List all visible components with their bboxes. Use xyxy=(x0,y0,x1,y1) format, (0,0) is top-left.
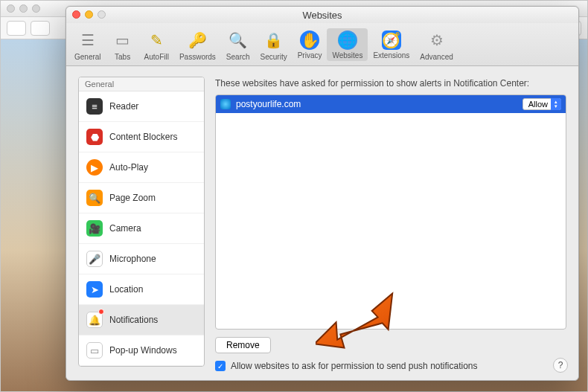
sidebar: General ≡ Reader ⬣ Content Blockers ▶ Au… xyxy=(78,77,205,367)
tab-advanced[interactable]: ⚙ Advanced xyxy=(415,27,458,62)
close-icon[interactable] xyxy=(7,4,15,13)
remove-button[interactable]: Remove xyxy=(215,337,271,353)
minimize-icon[interactable] xyxy=(85,10,93,19)
reader-icon: ≡ xyxy=(86,98,103,115)
zoom-icon[interactable] xyxy=(32,4,40,13)
sidebar-item-label: Camera xyxy=(109,223,141,234)
tab-passwords[interactable]: 🔑 Passwords xyxy=(174,27,221,62)
website-row[interactable]: postyourlife.com Allow xyxy=(216,95,566,113)
magnify-icon: 🔍 xyxy=(86,190,103,206)
permission-select[interactable]: Allow xyxy=(523,98,561,110)
allow-ask-checkbox[interactable]: ✓ xyxy=(215,361,226,371)
stepper-icon xyxy=(551,98,561,110)
hand-icon: ✋ xyxy=(300,30,319,50)
preferences-window: Websites ☰ General ▭ Tabs ✎ AutoFill 🔑 P… xyxy=(65,6,579,381)
back-button[interactable] xyxy=(7,21,26,36)
sidebar-item-notifications[interactable]: 🔔 Notifications xyxy=(79,305,204,335)
gear-slider-icon: ☰ xyxy=(77,29,99,51)
tab-search[interactable]: 🔍 Search xyxy=(221,27,255,62)
sidebar-item-camera[interactable]: 🎥 Camera xyxy=(79,213,204,244)
sidebar-header: General xyxy=(79,77,204,91)
badge-icon xyxy=(98,309,104,315)
sidebar-item-content-blockers[interactable]: ⬣ Content Blockers xyxy=(79,122,204,152)
tabs-icon: ▭ xyxy=(112,29,134,51)
close-icon[interactable] xyxy=(72,10,80,19)
sidebar-item-auto-play[interactable]: ▶ Auto-Play xyxy=(79,152,204,183)
window-title: Websites xyxy=(302,10,342,21)
prefs-toolbar: ☰ General ▭ Tabs ✎ AutoFill 🔑 Passwords … xyxy=(66,23,578,66)
sidebar-item-label: Page Zoom xyxy=(109,193,156,203)
camera-icon: 🎥 xyxy=(86,220,103,237)
website-domain: postyourlife.com xyxy=(236,99,301,109)
sidebar-item-label: Reader xyxy=(109,101,138,112)
tab-extensions[interactable]: 🧭 Extensions xyxy=(368,28,415,61)
main-panel: These websites have asked for permission… xyxy=(215,77,566,371)
sidebar-item-label: Content Blockers xyxy=(109,132,177,142)
location-icon: ➤ xyxy=(86,281,103,298)
stop-icon: ⬣ xyxy=(86,129,103,145)
tab-websites[interactable]: 🌐 Websites xyxy=(327,28,368,61)
sidebar-item-label: Pop-up Windows xyxy=(109,345,177,356)
favicon-icon xyxy=(220,99,231,109)
tab-general[interactable]: ☰ General xyxy=(69,27,106,62)
sidebar-item-microphone[interactable]: 🎤 Microphone xyxy=(79,244,204,274)
websites-list[interactable]: postyourlife.com Allow xyxy=(215,94,566,330)
sidebar-item-page-zoom[interactable]: 🔍 Page Zoom xyxy=(79,183,204,213)
key-icon: 🔑 xyxy=(186,29,208,51)
tab-security[interactable]: 🔒 Security xyxy=(255,27,293,62)
tab-tabs[interactable]: ▭ Tabs xyxy=(106,27,139,62)
search-icon: 🔍 xyxy=(227,29,249,51)
sidebar-item-label: Location xyxy=(109,284,143,295)
sidebar-item-location[interactable]: ➤ Location xyxy=(79,274,204,305)
checkbox-label: Allow websites to ask for permission to … xyxy=(231,361,478,371)
sidebar-item-label: Notifications xyxy=(109,315,158,325)
description-text: These websites have asked for permission… xyxy=(215,78,566,89)
globe-icon: 🌐 xyxy=(338,30,357,50)
help-button[interactable]: ? xyxy=(553,358,568,373)
sidebar-item-label: Auto-Play xyxy=(109,162,148,173)
compass-icon: 🧭 xyxy=(382,30,401,50)
gear-icon: ⚙ xyxy=(426,29,448,51)
sidebar-item-reader[interactable]: ≡ Reader xyxy=(79,91,204,122)
sidebar-item-label: Microphone xyxy=(109,254,156,264)
sidebar-item-popup[interactable]: ▭ Pop-up Windows xyxy=(79,335,204,366)
prefs-body: General ≡ Reader ⬣ Content Blockers ▶ Au… xyxy=(66,66,578,380)
window-icon: ▭ xyxy=(86,342,103,359)
microphone-icon: 🎤 xyxy=(86,251,103,267)
tab-privacy[interactable]: ✋ Privacy xyxy=(293,28,327,61)
prefs-titlebar: Websites xyxy=(66,7,578,23)
tab-autofill[interactable]: ✎ AutoFill xyxy=(139,27,174,62)
zoom-icon xyxy=(98,10,106,19)
pencil-icon: ✎ xyxy=(145,29,167,51)
play-icon: ▶ xyxy=(86,159,103,176)
lock-icon: 🔒 xyxy=(263,29,285,51)
minimize-icon[interactable] xyxy=(19,4,28,13)
forward-button[interactable] xyxy=(31,21,50,36)
